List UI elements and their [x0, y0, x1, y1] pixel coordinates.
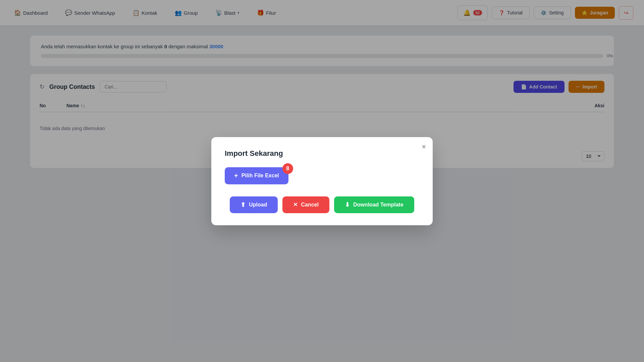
cancel-label: Cancel [301, 202, 318, 208]
import-modal: Import Sekarang × + Pilih File Excel 8 ⬆… [211, 137, 433, 225]
pick-file-label: Pilih File Excel [241, 173, 279, 179]
cancel-button[interactable]: ✕ Cancel [282, 196, 329, 213]
plus-icon: + [234, 172, 238, 180]
modal-close-button[interactable]: × [422, 143, 426, 150]
upload-label: Upload [249, 202, 267, 208]
modal-overlay[interactable]: Import Sekarang × + Pilih File Excel 8 ⬆… [0, 0, 644, 362]
cancel-icon: ✕ [293, 201, 298, 208]
download-icon: ⬇ [345, 201, 350, 208]
modal-actions: ⬆ Upload ✕ Cancel ⬇ Download Template [225, 196, 419, 213]
upload-icon: ⬆ [240, 201, 246, 208]
pick-file-badge: 8 [282, 163, 293, 174]
download-template-button[interactable]: ⬇ Download Template [334, 196, 414, 213]
modal-title: Import Sekarang [225, 149, 419, 158]
download-template-label: Download Template [353, 202, 404, 208]
pick-file-button[interactable]: + Pilih File Excel 8 [225, 167, 288, 184]
upload-button[interactable]: ⬆ Upload [230, 196, 278, 213]
